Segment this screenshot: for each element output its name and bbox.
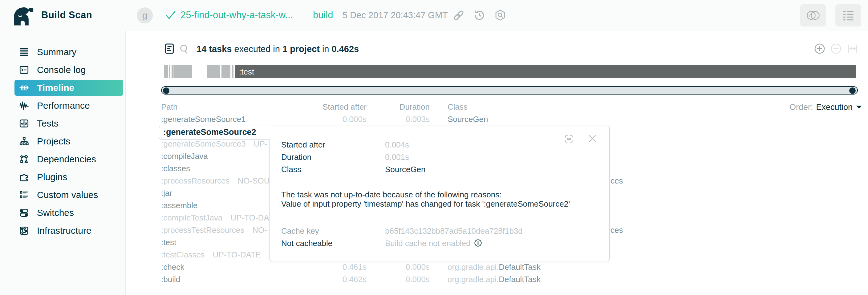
custom-values-icon	[19, 189, 30, 200]
sidebar-item-projects[interactable]: Projects	[14, 133, 123, 149]
timeline-bar-segment[interactable]	[207, 65, 220, 78]
task-path[interactable]: :compileJava	[161, 151, 208, 161]
info-icon[interactable]	[474, 239, 483, 249]
task-path[interactable]: :processTestResourcesNO-	[161, 225, 267, 235]
sidebar-item-tests[interactable]: Tests	[14, 116, 123, 131]
build-scan-app: Build Scan g 25-find-out-why-a-task-w...…	[0, 0, 868, 295]
task-path[interactable]: :compileTestJavaUP-TO-DA	[161, 213, 269, 223]
task-path[interactable]: :generateSomeSource3UP-	[161, 139, 267, 149]
task-path[interactable]: :jar	[161, 188, 172, 198]
task-status: UP-TO-DA	[230, 213, 269, 222]
task-filter-icon[interactable]	[163, 42, 176, 56]
sidebar-label: Console log	[37, 65, 86, 75]
sidebar-item-plugins[interactable]: Plugins	[14, 169, 123, 185]
avatar[interactable]: g	[137, 7, 153, 23]
app-title: Build Scan	[41, 9, 92, 21]
zoom-in-button[interactable]	[813, 42, 826, 56]
timeline-bar-segment[interactable]	[164, 65, 168, 78]
timeline-bar-segment[interactable]	[174, 65, 192, 78]
timeline-bar-segment[interactable]	[221, 65, 230, 78]
top-bar: Build Scan g 25-find-out-why-a-task-w...…	[0, 0, 868, 31]
column-header-started-after: Started after	[292, 102, 367, 112]
slider-handle-left[interactable]	[163, 88, 169, 94]
timeline-bar-segment[interactable]	[172, 65, 173, 78]
order-label: Order:	[789, 102, 813, 112]
detail-label: Started after	[281, 140, 325, 149]
share-link-icon[interactable]	[451, 9, 466, 23]
task-path[interactable]: :testClassesUP-TO-DATE	[161, 250, 261, 260]
sidebar-item-infrastructure[interactable]: Infrastructure	[14, 223, 123, 239]
sidebar-item-console-log[interactable]: Console log	[14, 62, 123, 78]
sidebar-label: Tests	[37, 118, 59, 129]
sidebar-item-switches[interactable]: Switches	[14, 205, 123, 221]
detail-row: Started after 0.004s	[270, 140, 609, 149]
build-name-link[interactable]: 25-find-out-why-a-task-w...	[181, 9, 293, 21]
cacheability-label: Not cacheable	[281, 239, 332, 248]
gradle-elephant-logo	[12, 4, 36, 28]
detail-label: Duration	[281, 153, 311, 162]
avatar-initial: g	[142, 10, 147, 21]
compare-builds-button[interactable]: A	[800, 4, 826, 27]
timeline-bar-segment[interactable]	[231, 65, 234, 78]
detail-row: Class SourceGen	[270, 165, 609, 174]
history-icon[interactable]	[472, 9, 487, 23]
console-icon	[19, 64, 30, 75]
build-task-link[interactable]: build	[313, 9, 333, 21]
task-path[interactable]: :assemble	[161, 200, 198, 210]
task-class: SourceGen	[447, 114, 488, 124]
svg-text:A: A	[809, 13, 812, 18]
task-path[interactable]: :check	[161, 262, 184, 272]
not-up-to-date-reasons: The task was not up-to-date because of t…	[281, 190, 570, 208]
sidebar-label: Dependencies	[37, 154, 96, 164]
build-success-check-icon	[165, 10, 176, 21]
task-duration: 0.000s	[356, 262, 430, 272]
task-path[interactable]: :classes	[161, 164, 190, 173]
sidebar-item-custom-values[interactable]: Custom values	[14, 187, 123, 203]
timeline-range-slider[interactable]	[161, 86, 858, 95]
scan-search-icon[interactable]	[493, 9, 507, 23]
task-path[interactable]: :build	[161, 274, 180, 284]
sidebar-label: Plugins	[37, 172, 67, 182]
task-class-fragment: ces	[611, 176, 623, 186]
sidebar-item-summary[interactable]: Summary	[14, 44, 123, 60]
summary-icon	[19, 46, 30, 58]
tests-icon	[19, 118, 30, 129]
sidebar-label: Switches	[37, 207, 74, 218]
cache-key-label: Cache key	[281, 226, 319, 236]
sidebar-item-timeline[interactable]: Timeline	[14, 80, 123, 96]
performance-icon	[19, 100, 30, 111]
popup-title: :generateSomeSource2	[163, 128, 256, 137]
switches-icon	[19, 207, 30, 218]
task-path[interactable]: :generateSomeSource1	[161, 114, 246, 124]
task-path[interactable]: :test	[161, 237, 176, 247]
task-status: NO-	[252, 225, 267, 235]
search-tasks-icon[interactable]	[178, 43, 190, 56]
sidebar-label: Custom values	[37, 190, 98, 200]
order-dropdown[interactable]: Order: Execution	[789, 102, 863, 112]
fit-width-button[interactable]	[846, 42, 859, 56]
task-status: UP-	[254, 139, 268, 149]
sidebar-label: Summary	[37, 47, 76, 57]
task-list-button[interactable]	[835, 4, 861, 27]
sidebar-item-performance[interactable]: Performance	[14, 98, 123, 113]
cacheability-row: Not cacheable Build cache not enabled	[270, 239, 609, 248]
timeline-icon	[19, 82, 30, 93]
timeline-bar-test[interactable]: :test	[235, 65, 856, 78]
slider-handle-right[interactable]	[849, 88, 856, 94]
column-header-duration: Duration	[356, 102, 430, 112]
order-value: Execution	[816, 102, 852, 112]
reason-line: Value of input property 'timestamp' has …	[281, 199, 570, 208]
task-started: 0.461s	[292, 262, 367, 272]
cacheability-value: Build cache not enabled	[385, 239, 483, 249]
detail-value: 0.004s	[385, 140, 409, 149]
task-started: 0.462s	[292, 274, 367, 284]
task-class-fragment: ces	[611, 225, 623, 235]
build-timestamp: 5 Dec 2017 20:43:47 GMT	[343, 10, 448, 20]
task-status: UP-TO-DATE	[213, 250, 261, 259]
sidebar-label: Timeline	[37, 83, 74, 93]
timeline-bar-segment[interactable]	[169, 65, 170, 78]
task-path[interactable]: :processResourcesNO-SOU	[161, 176, 270, 186]
detail-value: SourceGen	[385, 165, 426, 174]
zoom-out-button[interactable]	[830, 42, 842, 56]
sidebar-item-dependencies[interactable]: Dependencies	[14, 151, 123, 167]
